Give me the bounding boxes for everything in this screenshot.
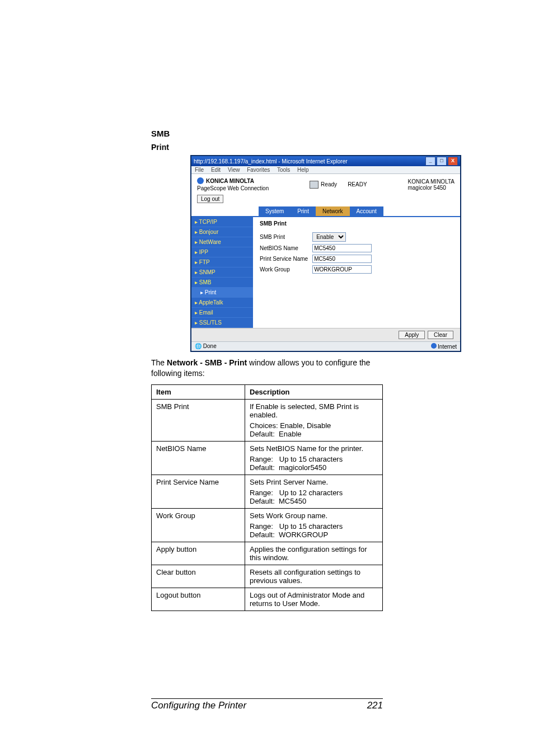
field-label-service: Print Service Name	[260, 253, 312, 264]
table-header-description: Description	[245, 384, 383, 399]
table-desc-cell: Sets Print Server Name.Range: Up to 12 c…	[245, 475, 383, 508]
menu-edit[interactable]: Edit	[211, 167, 221, 173]
browser-menubar: File Edit View Favorites Tools Help	[191, 166, 460, 173]
status-zone: Internet	[438, 344, 457, 350]
menu-file[interactable]: File	[195, 167, 204, 173]
sidebar-item-ipp[interactable]: ▸ IPP	[191, 247, 253, 257]
sidebar-item-bonjour[interactable]: ▸ Bonjour	[191, 227, 253, 237]
panel-title: SMB Print	[260, 220, 453, 227]
table-item-cell: SMB Print	[152, 399, 245, 441]
table-item-cell: Clear button	[152, 565, 245, 588]
service-input[interactable]	[312, 255, 372, 263]
minimize-icon[interactable]: _	[425, 157, 435, 166]
table-item-cell: Logout button	[152, 588, 245, 611]
heading-print: Print	[151, 143, 383, 152]
netbios-input[interactable]	[312, 244, 372, 252]
window-buttons: _ □ X	[425, 157, 458, 166]
main-panel: SMB Print SMB Print Enable NetBIOS Name …	[253, 217, 460, 328]
menu-help[interactable]: Help	[297, 167, 309, 173]
ready-label: Ready	[321, 181, 337, 187]
tab-row: System Print Network Account	[253, 206, 460, 216]
maximize-icon[interactable]: □	[437, 157, 447, 166]
window-title: http://192.168.1.197/a_index.html - Micr…	[194, 158, 348, 165]
right-brand: KONICA MINOLTA	[407, 179, 455, 185]
table-item-cell: Apply button	[152, 542, 245, 565]
connection-label: PageScope Web Connection	[197, 185, 269, 191]
field-label-netbios: NetBIOS Name	[260, 243, 312, 253]
table-desc-cell: Sets Work Group name.Range: Up to 15 cha…	[245, 508, 383, 542]
tab-account[interactable]: Account	[350, 206, 383, 216]
globe-icon	[431, 343, 437, 349]
logout-button[interactable]: Log out	[197, 195, 223, 203]
field-label-workgroup: Work Group	[260, 264, 312, 275]
km-logo-icon	[197, 177, 204, 184]
menu-favorites[interactable]: Favorites	[247, 167, 270, 173]
table-desc-cell: Resets all configuration settings to pre…	[245, 565, 383, 588]
sidebar-item-netware[interactable]: ▸ NetWare	[191, 237, 253, 247]
sidebar-item-smb[interactable]: ▸ SMB	[191, 278, 253, 288]
table-item-cell: Work Group	[152, 508, 245, 542]
description-table: Item Description SMB PrintIf Enable is s…	[151, 384, 383, 611]
status-done: 🌐 Done	[195, 343, 217, 350]
sidebar-item-tcpip[interactable]: ▸ TCP/IP	[191, 217, 253, 227]
menu-tools[interactable]: Tools	[277, 167, 290, 173]
footer-page: 221	[367, 700, 383, 711]
close-icon[interactable]: X	[448, 157, 458, 166]
right-model: magicolor 5450	[407, 185, 446, 191]
field-label-smbprint: SMB Print	[260, 231, 312, 243]
tab-network[interactable]: Network	[316, 206, 350, 216]
heading-smb: SMB	[151, 129, 383, 138]
menu-view[interactable]: View	[228, 167, 240, 173]
table-desc-cell: Sets NetBIOS Name for the printer.Range:…	[245, 441, 383, 475]
tab-print[interactable]: Print	[291, 206, 316, 216]
apply-button[interactable]: Apply	[399, 331, 425, 339]
caption: The Network - SMB - Print window allows …	[151, 358, 383, 379]
ready-status: READY	[348, 181, 367, 187]
browser-window: http://192.168.1.197/a_index.html - Micr…	[190, 155, 461, 352]
table-header-item: Item	[152, 384, 245, 399]
tab-system[interactable]: System	[259, 206, 291, 216]
table-desc-cell: Logs out of Administrator Mode and retur…	[245, 588, 383, 611]
table-item-cell: NetBIOS Name	[152, 441, 245, 475]
page-footer: Configuring the Printer 221	[151, 698, 383, 711]
sidebar-item-appletalk[interactable]: ▸ AppleTalk	[191, 298, 253, 308]
clear-button[interactable]: Clear	[428, 331, 453, 339]
window-titlebar: http://192.168.1.197/a_index.html - Micr…	[191, 156, 460, 166]
brand-label: KONICA MINOLTA	[206, 178, 254, 184]
printer-icon	[310, 181, 318, 189]
smbprint-select[interactable]: Enable	[312, 232, 346, 242]
sidebar-item-snmp[interactable]: ▸ SNMP	[191, 267, 253, 278]
table-desc-cell: Applies the configuration settings for t…	[245, 542, 383, 565]
sidebar-item-email[interactable]: ▸ Email	[191, 308, 253, 318]
sidebar-item-ssltls[interactable]: ▸ SSL/TLS	[191, 318, 253, 328]
table-item-cell: Print Service Name	[152, 475, 245, 508]
footer-title: Configuring the Printer	[151, 700, 246, 711]
workgroup-input[interactable]	[312, 265, 372, 274]
sidebar-item-ftp[interactable]: ▸ FTP	[191, 257, 253, 267]
sidebar-item-smb-print[interactable]: ▸ Print	[191, 288, 253, 298]
sidebar: ▸ TCP/IP ▸ Bonjour ▸ NetWare ▸ IPP ▸ FTP…	[191, 217, 253, 328]
table-desc-cell: If Enable is selected, SMB Print is enab…	[245, 399, 383, 441]
